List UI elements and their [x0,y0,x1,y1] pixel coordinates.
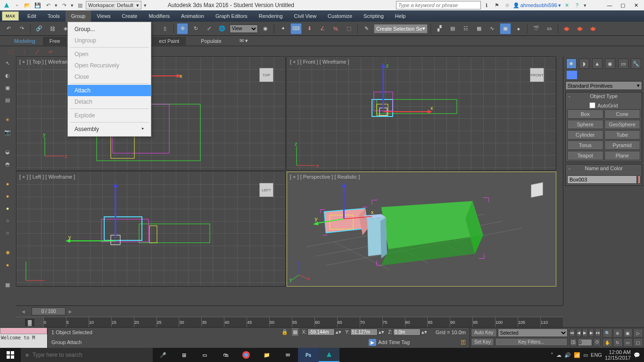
prev-frame-icon[interactable]: ◀ [576,329,582,337]
sph3-icon[interactable]: ● [3,204,12,213]
coord-system-select[interactable]: View [230,25,258,33]
z-coord-input[interactable] [393,329,421,336]
undo-icon[interactable]: ↶ [43,1,53,9]
ribbon-toggle-icon[interactable]: ✉ ▾ [236,38,252,44]
close-button[interactable]: ✕ [630,0,642,10]
menu-group[interactable]: Group [66,10,91,22]
curve-ed-icon[interactable]: ∿ [487,23,498,34]
tab-freeform[interactable]: Free [43,37,67,45]
project-icon[interactable]: ▥ [75,1,85,9]
workspace-selector[interactable]: Workspace: Default▾ [86,1,141,9]
bone-icon[interactable]: ◒ [3,147,12,156]
menu-modifiers[interactable]: Modifiers [143,10,175,22]
render-icon[interactable]: 🫖 [561,23,572,34]
face-sel-icon[interactable]: ▱ [46,47,55,56]
time-slider-thumb[interactable]: 0 / 100 [32,307,66,315]
zoom-icon[interactable]: 🔍 [603,329,612,337]
tray-up-icon[interactable]: ˄ [551,352,553,358]
macro-recorder[interactable] [0,328,47,334]
frame-input[interactable] [578,339,592,346]
display-tab-icon[interactable]: ▭ [618,58,628,69]
explorer-icon[interactable]: 📁 [256,348,277,362]
pan-icon[interactable]: ✋ [603,338,612,347]
object-name-input[interactable] [567,175,637,184]
named-selection-input[interactable]: Create Selection Se▾ [374,24,428,33]
primitive-cylinder-button[interactable]: Cylinder [567,130,603,140]
favorite-icon[interactable]: ☆ [503,1,512,9]
create-tab-icon[interactable]: ✹ [566,58,577,69]
object-color-swatch[interactable] [638,175,640,184]
link-icon[interactable]: 🔗 [33,23,45,34]
open-icon[interactable]: 📂 [23,1,32,9]
primitive-geosphere-button[interactable]: GeoSphere [604,120,641,129]
mat-ed-icon[interactable]: ● [513,23,524,34]
lock-icon[interactable]: 🔒 [281,329,288,335]
infocenter-icon[interactable]: ℹ [482,1,491,9]
ref-coord-icon[interactable]: 🌐 [216,23,228,34]
render-setup-icon[interactable]: 🎬 [530,23,542,34]
user-account[interactable]: 👤ahmedsobhi596▾ [513,2,561,8]
brush1-icon[interactable]: ◐ [3,71,12,80]
pivot-icon[interactable]: ◉ [260,23,271,34]
object-type-header[interactable]: Object Type [590,93,618,99]
tab-modeling[interactable]: Modeling [8,37,42,45]
taskview-icon[interactable]: ⊞ [173,348,194,362]
menu-tools[interactable]: Tools [42,10,66,22]
schematic-icon[interactable]: ▣ [500,23,511,34]
edge-sel-icon[interactable]: ／ [33,47,41,56]
unlink-icon[interactable]: ⛓ [47,23,58,34]
wifi-icon[interactable]: 📶 [574,352,580,358]
action-center-icon[interactable]: 💬 [634,352,640,358]
next-frame-icon[interactable]: ▶ [589,329,594,337]
comm-icon[interactable]: ⚑ [492,1,502,9]
zoom-all-icon[interactable]: ⊕ [613,329,623,337]
menu-create[interactable]: Create [116,10,143,22]
viewport-perspective[interactable]: [ + ] [ Perspective ] [ Realistic ] [287,172,556,287]
save-icon[interactable]: 💾 [33,1,42,9]
scale-icon[interactable]: ⤢ [203,23,215,34]
primitive-teapot-button[interactable]: Teapot [567,151,603,160]
store-icon[interactable]: 🛍 [215,348,236,362]
setkey-button[interactable]: Set Key [471,338,494,346]
battery-icon[interactable]: ▭ [583,352,588,358]
primitive-sphere-button[interactable]: Sphere [567,120,603,129]
minimize-button[interactable]: — [603,0,616,10]
taskbar-search-input[interactable] [33,352,148,358]
onedrive-icon[interactable]: ☁ [556,352,561,358]
tab-populate[interactable]: Populate [187,38,235,44]
menu-item-attach[interactable]: Attach [68,85,151,96]
edit-sel-icon[interactable]: ✎ [361,23,372,34]
menu-views[interactable]: Views [91,10,116,22]
menu-animation[interactable]: Animation [175,10,210,22]
photoshop-icon[interactable]: Ps [298,348,319,362]
start-button[interactable] [0,348,21,362]
utilities-tab-icon[interactable]: 🔧 [631,58,641,69]
sph5-icon[interactable]: ○ [3,228,12,238]
primitive-cone-button[interactable]: Cone [604,109,641,119]
color-swatch[interactable] [567,71,577,79]
workspace-dd-icon[interactable]: ▾ [142,1,148,9]
walk-icon[interactable]: ▭ [623,338,633,347]
app-menu-button[interactable]: MAX [2,11,19,21]
pct-snap-icon[interactable]: % [330,23,341,34]
keymode-icon[interactable]: ▓ [25,319,34,326]
motion-tab-icon[interactable]: ◉ [605,58,615,69]
x-coord-input[interactable] [307,329,335,336]
primitive-plane-button[interactable]: Plane [604,151,641,160]
new-icon[interactable]: ▫ [12,1,22,9]
3dsmax-taskbar-icon[interactable] [319,348,339,362]
orbit-icon[interactable]: ↻ [613,338,623,347]
fov-icon[interactable]: ▷ [633,329,643,337]
help-dd-icon[interactable]: ▾ [583,1,587,9]
keyfilters-button[interactable]: Key Filters... [495,338,568,346]
menu-graph-editors[interactable]: Graph Editors [210,10,253,22]
layer-mgr-icon[interactable]: ▦ [473,23,485,34]
sph2-icon[interactable]: ● [3,191,12,201]
sph6-icon[interactable]: ● [3,260,12,270]
grid-icon[interactable]: ▦ [3,280,12,289]
angle-snap-icon[interactable]: ∠ [317,23,328,34]
edge-icon[interactable]: ▭ [194,348,215,362]
play-icon[interactable]: ▶ [582,329,588,337]
volume-icon[interactable]: 🔊 [564,352,571,358]
maximize-button[interactable]: ▢ [617,0,629,10]
